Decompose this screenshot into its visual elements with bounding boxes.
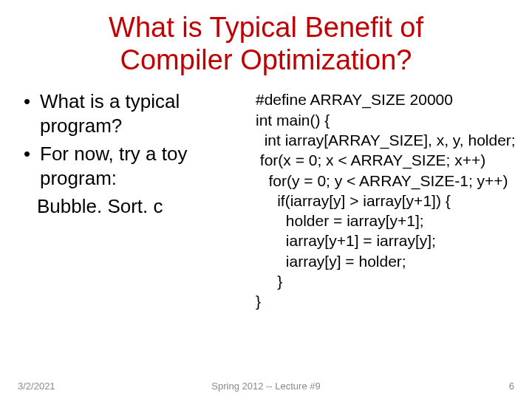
footer-page: 6 — [509, 381, 514, 392]
bullet-1: What is a typical program? — [37, 89, 250, 137]
code-line-1: #define ARRAY_SIZE 20000 — [256, 91, 453, 108]
code-line-6: if(iarray[y] > iarray[y+1]) { — [256, 192, 451, 209]
code-line-10: } — [256, 273, 282, 290]
left-column: What is a typical program? For now, try … — [21, 89, 250, 311]
slide-title: What is Typical Benefit of Compiler Opti… — [0, 0, 532, 76]
code-block: #define ARRAY_SIZE 20000 int main() { in… — [250, 89, 519, 311]
code-line-11: } — [256, 293, 261, 310]
code-line-3: int iarray[ARRAY_SIZE], x, y, holder; — [256, 132, 516, 149]
footer-center: Spring 2012 -- Lecture #9 — [0, 381, 532, 392]
code-line-8: iarray[y+1] = iarray[y]; — [256, 232, 436, 249]
bullet-2: For now, try a toy program: — [37, 142, 250, 190]
title-line-2: Compiler Optimization? — [120, 44, 412, 75]
code-line-4: for(x = 0; x < ARRAY_SIZE; x++) — [256, 151, 485, 168]
bullet-subline: Bubble. Sort. c — [21, 194, 250, 219]
slide: What is Typical Benefit of Compiler Opti… — [0, 0, 532, 399]
code-line-9: iarray[y] = holder; — [256, 253, 406, 270]
code-line-2: int main() { — [256, 112, 330, 129]
title-line-1: What is Typical Benefit of — [109, 12, 423, 43]
slide-body: What is a typical program? For now, try … — [0, 76, 532, 311]
code-line-5: for(y = 0; y < ARRAY_SIZE-1; y++) — [256, 172, 508, 189]
code-line-7: holder = iarray[y+1]; — [256, 212, 424, 229]
